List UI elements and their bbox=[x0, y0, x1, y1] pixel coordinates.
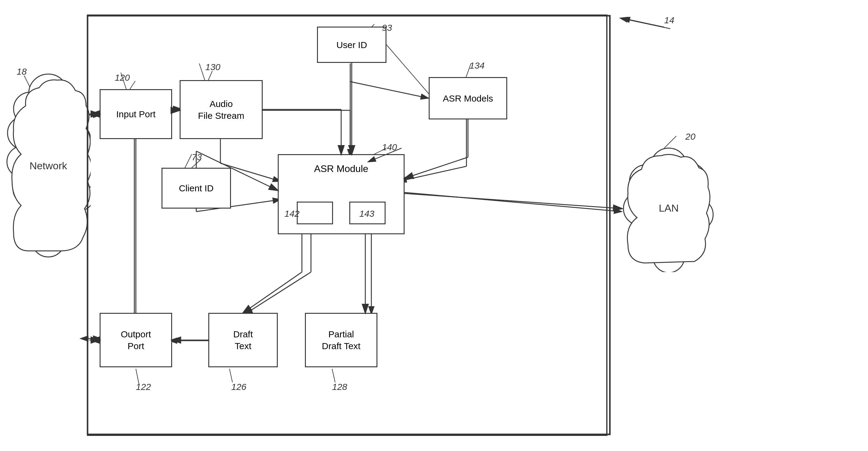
draft-text-box: DraftText bbox=[208, 313, 278, 367]
svg-line-78 bbox=[405, 157, 468, 178]
svg-line-9 bbox=[350, 82, 429, 98]
asr-module-box: ASR Module bbox=[278, 154, 405, 234]
ref-18: 18 bbox=[17, 66, 27, 77]
svg-line-22 bbox=[399, 192, 622, 212]
ref-134: 134 bbox=[469, 60, 485, 71]
svg-line-35 bbox=[229, 369, 232, 383]
svg-line-86 bbox=[405, 194, 622, 208]
ref-14: 14 bbox=[664, 15, 674, 25]
svg-line-36 bbox=[332, 369, 335, 383]
ref-120: 120 bbox=[115, 73, 130, 83]
svg-line-30 bbox=[184, 154, 192, 169]
svg-line-82 bbox=[243, 272, 302, 313]
svg-line-5 bbox=[622, 18, 664, 27]
svg-line-88 bbox=[620, 18, 670, 29]
ref-20: 20 bbox=[685, 132, 695, 142]
ref-142: 142 bbox=[284, 208, 300, 219]
outport-port-box: OutportPort bbox=[100, 313, 172, 367]
svg-line-18 bbox=[245, 272, 311, 314]
audio-file-stream-box: AudioFile Stream bbox=[180, 80, 263, 139]
svg-text:Network: Network bbox=[30, 160, 68, 171]
ref-140: 140 bbox=[382, 142, 397, 152]
ref-128: 128 bbox=[332, 382, 347, 392]
ref-93: 93 bbox=[382, 23, 392, 33]
svg-line-14 bbox=[399, 166, 466, 181]
diagram-container: 14 Network 18 bbox=[0, 0, 868, 451]
partial-draft-text-box: PartialDraft Text bbox=[305, 313, 377, 367]
svg-line-89 bbox=[130, 81, 135, 89]
ref-126: 126 bbox=[231, 382, 246, 392]
network-cloud: Network bbox=[6, 69, 91, 266]
svg-line-76 bbox=[386, 45, 429, 94]
svg-text:LAN: LAN bbox=[659, 202, 679, 214]
svg-line-90 bbox=[208, 71, 212, 80]
ref-122: 122 bbox=[136, 382, 151, 392]
svg-line-27 bbox=[199, 63, 205, 82]
ref-73: 73 bbox=[192, 152, 202, 162]
input-port-box: Input Port bbox=[100, 89, 172, 139]
ref-143: 143 bbox=[359, 208, 374, 219]
client-id-box: Client ID bbox=[161, 168, 231, 208]
user-id-box: User ID bbox=[317, 27, 386, 63]
asr-models-box: ASR Models bbox=[429, 77, 507, 119]
lan-cloud: LAN bbox=[622, 145, 716, 272]
ref-130: 130 bbox=[205, 62, 220, 72]
